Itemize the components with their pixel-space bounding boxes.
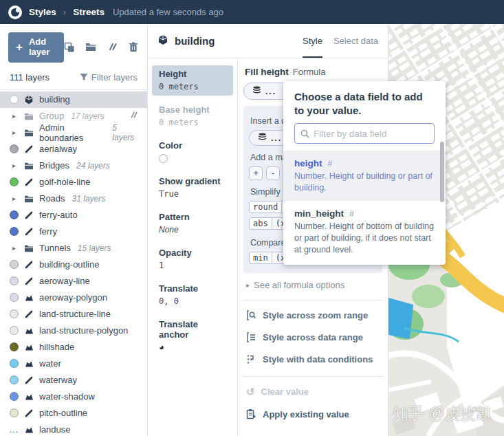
polygon-icon — [24, 359, 34, 369]
tab-select-data[interactable]: Select data — [333, 24, 378, 58]
funnel-icon — [80, 73, 88, 81]
duplicate-icon[interactable] — [64, 42, 75, 53]
caret-right-icon[interactable]: ▸ — [10, 244, 19, 252]
data-field-search[interactable] — [294, 123, 435, 144]
layer-row-ferry[interactable]: ferry — [0, 224, 147, 240]
line-icon — [24, 144, 34, 154]
add-layer-button[interactable]: + Add layer — [8, 32, 64, 63]
chevron-right-icon: › — [63, 7, 66, 17]
layer-row-hillshade[interactable]: hillshade — [0, 339, 147, 356]
caret-right-icon[interactable]: ▸ — [10, 129, 19, 136]
undo-icon: ↺ — [246, 386, 255, 397]
folder-icon — [24, 243, 34, 253]
map-anchor-icon: ◕ — [159, 342, 226, 352]
caret-right-icon[interactable]: ▸ — [10, 162, 19, 169]
layer-row-ferry-auto[interactable]: ferry-auto — [0, 207, 147, 224]
style-with-data-conditions-button[interactable]: Style with data conditions — [246, 354, 382, 364]
color-swatch — [10, 342, 19, 351]
data-range-icon — [246, 332, 256, 342]
see-all-formula-options-link[interactable]: ▸ See all formula options — [246, 280, 382, 290]
color-swatch — [10, 276, 19, 285]
filter-data-field-input[interactable] — [314, 129, 428, 139]
property-translate-anchor[interactable]: Translate anchor ◕ — [152, 316, 233, 357]
style-across-zoom-range-button[interactable]: Style across zoom range — [246, 310, 382, 320]
layer-sidebar: + Add layer 111 layers Filter layers — [0, 24, 148, 436]
property-pattern[interactable]: Pattern None — [152, 208, 233, 239]
color-swatch — [10, 326, 19, 335]
layer-row-bridges[interactable]: ▸Bridges24 layers — [0, 157, 147, 174]
plus-icon: + — [16, 41, 23, 53]
popup-scrollbar[interactable] — [440, 142, 444, 202]
layer-row-pitch-outline[interactable]: pitch-outline — [0, 405, 147, 422]
line-icon — [24, 177, 34, 187]
color-swatch — [10, 375, 19, 384]
layer-row-golf-hole-line[interactable]: golf-hole-line — [0, 174, 147, 190]
caret-right-icon[interactable]: ▸ — [10, 112, 19, 120]
polygon-icon — [24, 293, 34, 303]
number-type-icon: # — [328, 159, 333, 168]
property-list: Height 0 meters Base height 0 meters Col… — [148, 58, 237, 436]
line-icon — [24, 309, 34, 319]
layer-row-aerialway[interactable]: aerialway — [0, 141, 147, 157]
field-mode[interactable]: Formula — [293, 67, 326, 77]
style-across-data-range-button[interactable]: Style across data range — [246, 332, 382, 342]
layer-row-water[interactable]: water — [0, 356, 147, 372]
extrusion-icon — [24, 95, 34, 105]
zoom-range-icon — [246, 310, 256, 320]
layer-row-landuse[interactable]: ...landuse — [0, 422, 147, 436]
watermark: 知乎 @皮皮凯 — [393, 403, 492, 424]
tab-style[interactable]: Style — [303, 24, 322, 58]
layer-row-land-structure-line[interactable]: land-structure-line — [0, 306, 147, 323]
field-item-min-height[interactable]: min_height# Number. Height of bottom of … — [283, 201, 446, 263]
breadcrumb-styles[interactable]: Styles — [29, 7, 56, 17]
folder-icon — [24, 111, 34, 121]
color-swatch — [10, 144, 19, 153]
color-swatch — [10, 177, 19, 186]
hidden-layer-icon[interactable] — [129, 111, 139, 121]
clipboard-icon — [246, 408, 256, 419]
property-translate[interactable]: Translate 0, 0 — [152, 280, 233, 310]
mapbox-logo-icon[interactable] — [8, 6, 22, 19]
data-field-list: height# Number. Height of building or pa… — [283, 151, 446, 265]
field-item-height[interactable]: height# Number. Height of building or pa… — [283, 151, 446, 201]
breadcrumb-streets[interactable]: Streets — [73, 7, 105, 17]
caret-right-icon[interactable]: ▸ — [10, 195, 19, 202]
layer-row-waterway[interactable]: waterway — [0, 372, 147, 389]
polygon-icon — [24, 326, 34, 336]
op-minus-chip[interactable]: - — [266, 166, 280, 180]
data-conditions-icon — [246, 354, 256, 364]
layer-row-roads[interactable]: ▸Roads31 layers — [0, 190, 147, 207]
property-opacity[interactable]: Opacity 1 — [152, 244, 233, 274]
property-show-gradient[interactable]: Show gradient True — [152, 173, 233, 203]
field-item-extrude[interactable]: extrude“” String. Whether building shoul… — [283, 262, 446, 265]
apply-existing-value-button[interactable]: Apply existing value — [246, 408, 382, 419]
filter-layers-label: Filter layers — [91, 72, 138, 83]
layer-row-building[interactable]: building — [0, 91, 147, 108]
group-folder-icon[interactable] — [85, 42, 96, 53]
layer-row-building-outline[interactable]: building-outline — [0, 257, 147, 273]
layer-list: building ▸Group17 layers ▸Admin boundari… — [0, 90, 147, 436]
hide-layer-icon[interactable] — [107, 42, 118, 53]
color-swatch — [10, 227, 19, 236]
layer-row-land-structure-polygon[interactable]: land-structure-polygon — [0, 323, 147, 339]
delete-layer-icon[interactable] — [129, 42, 138, 53]
color-swatch — [10, 359, 19, 368]
property-height[interactable]: Height 0 meters — [152, 65, 233, 96]
layers-count: 111 layers — [10, 72, 50, 83]
database-icon — [252, 86, 261, 96]
layer-row-water-shadow[interactable]: water-shadow — [0, 389, 147, 405]
property-base-height[interactable]: Base height 0 meters — [152, 101, 233, 131]
color-swatch — [10, 392, 19, 401]
layer-row-aeroway-line[interactable]: aeroway-line — [0, 273, 147, 290]
clear-value-button[interactable]: ↺ Clear value — [246, 386, 382, 397]
layer-row-aeroway-polygon[interactable]: aeroway-polygon — [0, 290, 147, 306]
color-swatch — [10, 309, 19, 318]
filter-layers-button[interactable]: Filter layers — [80, 72, 138, 83]
line-icon — [24, 210, 34, 220]
layer-row-tunnels[interactable]: ▸Tunnels15 layers — [0, 240, 147, 257]
polygon-icon — [24, 392, 34, 402]
layer-row-admin-boundaries[interactable]: ▸Admin boundaries5 layers — [0, 124, 147, 141]
property-color[interactable]: Color — [152, 137, 233, 167]
op-plus-chip[interactable]: + — [249, 166, 263, 180]
search-icon — [300, 129, 309, 138]
